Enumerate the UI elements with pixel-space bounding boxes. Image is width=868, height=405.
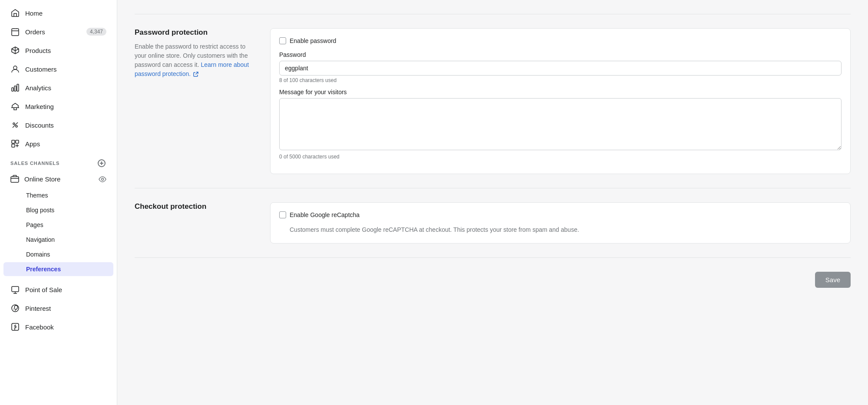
message-field-label: Message for your visitors bbox=[279, 89, 842, 95]
middle-divider bbox=[135, 188, 851, 188]
enable-password-label[interactable]: Enable password bbox=[290, 37, 336, 44]
apps-icon bbox=[10, 139, 20, 148]
password-field-label: Password bbox=[279, 51, 842, 58]
save-button[interactable]: Save bbox=[815, 272, 851, 288]
visitor-message-textarea[interactable] bbox=[279, 98, 842, 150]
sidebar-item-customers[interactable]: Customers bbox=[3, 60, 113, 78]
svg-rect-8 bbox=[16, 140, 19, 143]
enable-recaptcha-row: Enable Google reCaptcha bbox=[279, 211, 842, 218]
sidebar-sub-item-blog-posts[interactable]: Blog posts bbox=[3, 203, 113, 217]
svg-rect-15 bbox=[12, 323, 19, 330]
svg-rect-0 bbox=[12, 29, 19, 36]
enable-password-checkbox[interactable] bbox=[279, 37, 286, 44]
svg-point-5 bbox=[13, 123, 15, 125]
password-protection-section: Password protection Enable the password … bbox=[135, 28, 851, 174]
sidebar-item-online-store[interactable]: Online Store bbox=[3, 170, 113, 188]
orders-badge: 4,347 bbox=[86, 28, 106, 36]
facebook-icon bbox=[10, 322, 20, 332]
password-protection-card: Enable password Password 8 of 100 charac… bbox=[270, 28, 851, 174]
sales-channels-header: SALES CHANNELS bbox=[0, 153, 117, 170]
sidebar-sub-item-domains[interactable]: Domains bbox=[3, 247, 113, 261]
sidebar-item-pinterest[interactable]: Pinterest bbox=[3, 299, 113, 317]
sidebar-item-products-label: Products bbox=[25, 47, 51, 54]
online-store-label: Online Store bbox=[24, 175, 60, 183]
save-bar: Save bbox=[135, 272, 851, 288]
pinterest-icon bbox=[10, 303, 20, 313]
sidebar-item-facebook-label: Facebook bbox=[25, 323, 54, 331]
sidebar-item-point-of-sale[interactable]: Point of Sale bbox=[3, 280, 113, 299]
add-sales-channel-button[interactable] bbox=[97, 158, 106, 168]
sidebar-item-marketing-label: Marketing bbox=[25, 103, 54, 110]
sidebar-item-pinterest-label: Pinterest bbox=[25, 305, 51, 312]
svg-rect-3 bbox=[14, 86, 16, 91]
svg-rect-11 bbox=[11, 177, 19, 182]
password-input[interactable] bbox=[279, 61, 842, 76]
point-of-sale-icon bbox=[10, 285, 20, 294]
products-icon bbox=[10, 46, 20, 55]
password-protection-left: Password protection Enable the password … bbox=[135, 28, 256, 174]
sidebar-item-home[interactable]: Home bbox=[3, 4, 113, 22]
checkout-protection-left: Checkout protection bbox=[135, 202, 256, 244]
eye-icon[interactable] bbox=[99, 175, 106, 183]
orders-icon bbox=[10, 27, 20, 36]
sidebar-item-analytics-label: Analytics bbox=[25, 84, 51, 92]
online-store-icon bbox=[10, 175, 19, 183]
password-protection-description: Enable the password to restrict access t… bbox=[135, 42, 256, 79]
password-protection-title: Password protection bbox=[135, 28, 256, 37]
top-divider bbox=[135, 14, 851, 14]
sidebar-item-customers-label: Customers bbox=[25, 66, 57, 73]
svg-rect-4 bbox=[17, 84, 19, 91]
svg-rect-2 bbox=[12, 88, 13, 91]
enable-password-row: Enable password bbox=[279, 37, 842, 44]
sidebar-item-discounts[interactable]: Discounts bbox=[3, 116, 113, 134]
main-content: Password protection Enable the password … bbox=[117, 0, 868, 405]
bottom-divider bbox=[135, 257, 851, 258]
sidebar: Home Orders 4,347 Products bbox=[0, 0, 117, 405]
svg-rect-9 bbox=[12, 144, 15, 147]
sidebar-sub-item-navigation[interactable]: Navigation bbox=[3, 233, 113, 247]
sidebar-item-apps-label: Apps bbox=[25, 140, 40, 148]
svg-point-12 bbox=[102, 178, 104, 180]
sidebar-item-facebook[interactable]: Facebook bbox=[3, 318, 113, 336]
sidebar-item-orders[interactable]: Orders 4,347 bbox=[3, 23, 113, 41]
sidebar-item-marketing[interactable]: Marketing bbox=[3, 97, 113, 115]
sidebar-item-products[interactable]: Products bbox=[3, 41, 113, 59]
sidebar-item-analytics[interactable]: Analytics bbox=[3, 79, 113, 97]
home-icon bbox=[10, 8, 20, 18]
message-char-count: 0 of 5000 characters used bbox=[279, 154, 842, 160]
sidebar-sub-item-themes[interactable]: Themes bbox=[3, 188, 113, 202]
marketing-icon bbox=[10, 102, 20, 111]
checkout-protection-card: Enable Google reCaptcha Customers must c… bbox=[270, 202, 851, 244]
customers-icon bbox=[10, 64, 20, 74]
sidebar-item-home-label: Home bbox=[25, 10, 43, 17]
sidebar-sub-item-pages[interactable]: Pages bbox=[3, 218, 113, 232]
sidebar-item-orders-label: Orders bbox=[25, 28, 45, 36]
enable-recaptcha-label[interactable]: Enable Google reCaptcha bbox=[290, 211, 360, 218]
sidebar-sub-item-preferences[interactable]: Preferences bbox=[3, 262, 113, 276]
sidebar-item-discounts-label: Discounts bbox=[25, 122, 54, 129]
svg-rect-7 bbox=[12, 140, 15, 143]
sidebar-item-pos-label: Point of Sale bbox=[25, 286, 62, 293]
svg-point-6 bbox=[16, 125, 17, 127]
discounts-icon bbox=[10, 120, 20, 130]
svg-rect-13 bbox=[12, 286, 19, 292]
sidebar-item-apps[interactable]: Apps bbox=[3, 135, 113, 153]
analytics-icon bbox=[10, 83, 20, 92]
password-char-count: 8 of 100 characters used bbox=[279, 77, 842, 83]
svg-point-1 bbox=[13, 66, 17, 69]
recaptcha-description: Customers must complete Google reCAPTCHA… bbox=[279, 225, 842, 234]
checkout-protection-title: Checkout protection bbox=[135, 202, 256, 211]
checkout-protection-section: Checkout protection Enable Google reCapt… bbox=[135, 202, 851, 244]
enable-recaptcha-checkbox[interactable] bbox=[279, 211, 286, 218]
